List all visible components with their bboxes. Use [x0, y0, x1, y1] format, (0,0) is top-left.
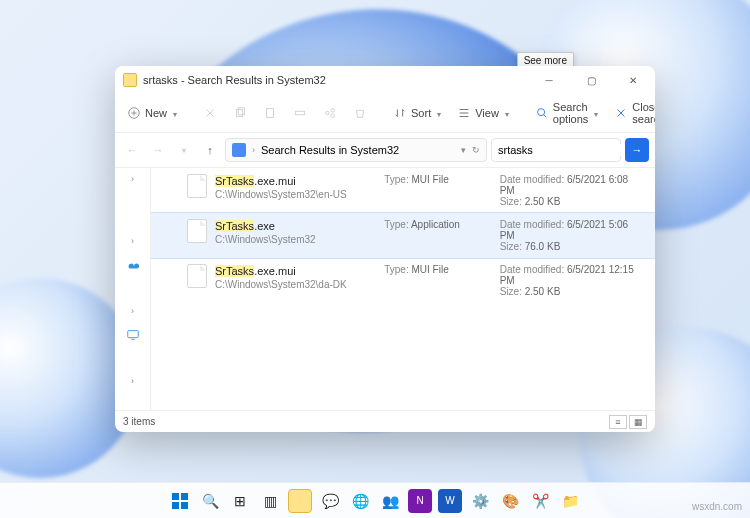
search-result-row[interactable]: SrTasks.exe.muiC:\Windows\System32\da-DK… [151, 258, 655, 303]
start-button[interactable] [168, 489, 192, 513]
svg-point-7 [331, 114, 335, 118]
svg-rect-10 [172, 493, 179, 500]
search-result-row[interactable]: SrTasks.exeC:\Windows\System32Type: Appl… [151, 213, 655, 258]
share-button[interactable] [317, 103, 343, 123]
file-name: SrTasks.exe [215, 219, 376, 233]
window-title: srtasks - Search Results in System32 [143, 74, 326, 86]
details-view-button[interactable]: ≡ [609, 415, 627, 429]
search-options-button[interactable]: Search options [529, 98, 604, 128]
forward-button[interactable]: → [147, 139, 169, 161]
folder-icon[interactable]: 📁 [558, 489, 582, 513]
word-icon[interactable]: W [438, 489, 462, 513]
file-name: SrTasks.exe.mui [215, 174, 376, 188]
status-bar: 3 items ≡ ▦ [115, 410, 655, 432]
folder-icon [123, 73, 137, 87]
copy-button[interactable] [227, 103, 253, 123]
onenote-icon[interactable]: N [408, 489, 432, 513]
search-icon[interactable]: 🔍 [198, 489, 222, 513]
search-box[interactable]: ✕ [491, 138, 621, 162]
onedrive-icon[interactable] [126, 258, 140, 272]
app-icon[interactable]: 🎨 [498, 489, 522, 513]
edge-icon[interactable]: 🌐 [348, 489, 372, 513]
trash-icon [353, 106, 367, 120]
svg-rect-11 [181, 493, 188, 500]
search-result-row[interactable]: SrTasks.exe.muiC:\Windows\System32\en-US… [151, 168, 655, 213]
file-path: C:\Windows\System32 [215, 233, 376, 246]
svg-point-5 [326, 111, 330, 115]
file-meta: Date modified: 6/5/2021 6:08 PMSize: 2.5… [500, 174, 643, 207]
chevron-right-icon: › [252, 145, 255, 155]
view-button[interactable]: View [451, 103, 515, 123]
nav-pane: › › › › [115, 168, 151, 410]
address-bar[interactable]: › ▾ ↻ [225, 138, 487, 162]
share-icon [323, 106, 337, 120]
task-view-icon[interactable]: ⊞ [228, 489, 252, 513]
minimize-button[interactable]: ─ [531, 66, 567, 94]
sort-button[interactable]: Sort [387, 103, 447, 123]
svg-point-8 [537, 109, 544, 116]
file-icon [187, 174, 207, 198]
file-path: C:\Windows\System32\da-DK [215, 278, 376, 291]
up-button[interactable]: ↑ [199, 139, 221, 161]
file-name: SrTasks.exe.mui [215, 264, 376, 278]
chevron-right-icon[interactable]: › [131, 306, 134, 316]
sort-icon [393, 106, 407, 120]
file-type: Type: MUI File [384, 174, 491, 185]
delete-button[interactable] [347, 103, 373, 123]
cut-icon [203, 106, 217, 120]
teams-icon[interactable]: 👥 [378, 489, 402, 513]
settings-icon[interactable]: ⚙️ [468, 489, 492, 513]
address-row: ← → ▾ ↑ › ▾ ↻ ✕ → [115, 133, 655, 168]
explorer-icon[interactable] [288, 489, 312, 513]
paste-button[interactable] [257, 103, 283, 123]
chevron-down-icon[interactable]: ▾ [173, 139, 195, 161]
x-icon [614, 106, 628, 120]
view-switcher: ≡ ▦ [609, 415, 647, 429]
search-input[interactable] [498, 144, 636, 156]
titlebar: srtasks - Search Results in System32 ─ ▢… [115, 66, 655, 94]
chevron-right-icon[interactable]: › [131, 174, 134, 184]
rename-icon [293, 106, 307, 120]
snip-icon[interactable]: ✂️ [528, 489, 552, 513]
chevron-right-icon[interactable]: › [131, 376, 134, 386]
paste-icon [263, 106, 277, 120]
file-icon [187, 264, 207, 288]
search-options-icon [535, 106, 549, 120]
thumbnails-view-button[interactable]: ▦ [629, 415, 647, 429]
widgets-icon[interactable]: ▥ [258, 489, 282, 513]
this-pc-icon[interactable] [126, 328, 140, 342]
plus-icon [127, 106, 141, 120]
rename-button[interactable] [287, 103, 313, 123]
file-meta: Date modified: 6/5/2021 5:06 PMSize: 76.… [500, 219, 643, 252]
file-icon [187, 219, 207, 243]
location-icon [232, 143, 246, 157]
file-type: Type: MUI File [384, 264, 491, 275]
svg-rect-1 [237, 110, 243, 117]
results-list: SrTasks.exe.muiC:\Windows\System32\en-US… [151, 168, 655, 410]
command-bar: New Sort View Search options Close searc… [115, 94, 655, 133]
chevron-right-icon[interactable]: › [131, 236, 134, 246]
svg-point-6 [331, 109, 335, 113]
copy-icon [233, 106, 247, 120]
file-path: C:\Windows\System32\en-US [215, 188, 376, 201]
item-count: 3 items [123, 416, 155, 427]
close-button[interactable]: ✕ [615, 66, 651, 94]
svg-rect-4 [296, 111, 305, 115]
maximize-button[interactable]: ▢ [573, 66, 609, 94]
watermark: wsxdn.com [692, 501, 742, 512]
chat-icon[interactable]: 💬 [318, 489, 342, 513]
taskbar: 🔍 ⊞ ▥ 💬 🌐 👥 N W ⚙️ 🎨 ✂️ 📁 [0, 482, 750, 518]
file-meta: Date modified: 6/5/2021 12:15 PMSize: 2.… [500, 264, 643, 297]
close-search-button[interactable]: Close search [608, 98, 655, 128]
address-dropdown-icon[interactable]: ▾ [461, 145, 466, 155]
breadcrumb-text[interactable] [261, 144, 455, 156]
svg-rect-12 [172, 502, 179, 509]
svg-rect-3 [267, 109, 274, 118]
back-button[interactable]: ← [121, 139, 143, 161]
refresh-icon[interactable]: ↻ [472, 145, 480, 155]
explorer-window: srtasks - Search Results in System32 ─ ▢… [115, 66, 655, 432]
cut-button[interactable] [197, 103, 223, 123]
search-go-button[interactable]: → [625, 138, 649, 162]
svg-rect-9 [127, 331, 138, 338]
new-button[interactable]: New [121, 103, 183, 123]
